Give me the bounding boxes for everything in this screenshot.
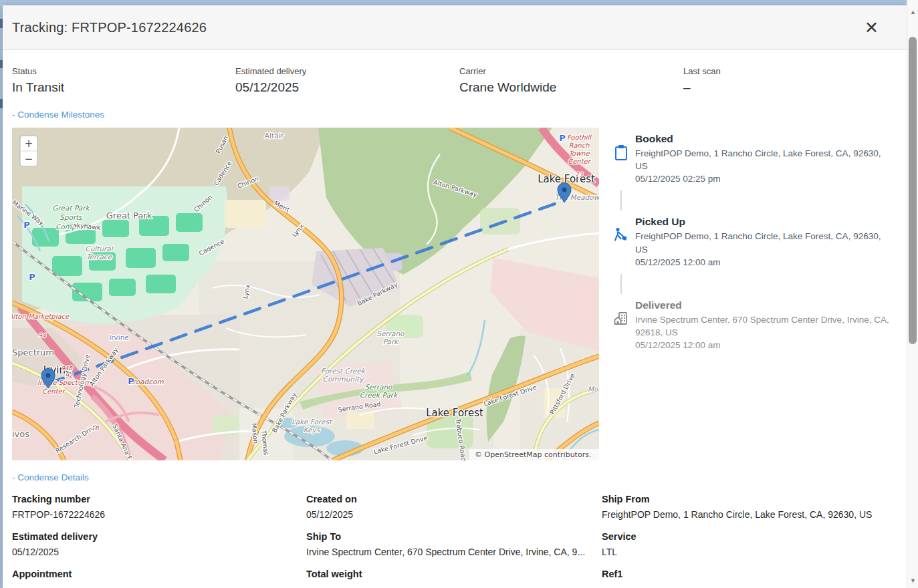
- milestone-datetime: 05/12/2025 02:25 pm: [635, 172, 893, 185]
- map-label: Great Park: [106, 210, 152, 220]
- zoom-out-button[interactable]: −: [25, 153, 33, 165]
- condense-milestones-link[interactable]: - Condense Milestones: [12, 110, 104, 120]
- milestone-datetime: 05/12/2025 12:00 am: [635, 339, 893, 351]
- map-label: Alton Marketplace: [12, 313, 70, 321]
- detail-label: Estimated delivery: [12, 531, 306, 542]
- scrollbar-thumb[interactable]: [909, 37, 917, 344]
- details-grid: Tracking number FRTPOP-1672224626 Create…: [12, 494, 897, 584]
- summary-label: Status: [12, 66, 235, 76]
- condense-details-link[interactable]: - Condense Details: [12, 472, 89, 482]
- detail-value: FRTPOP-1672224626: [12, 509, 306, 520]
- map-label: Park: [383, 337, 400, 345]
- map-label: 94: [39, 332, 46, 339]
- detail-label: Appointment: [12, 569, 306, 579]
- map-label: Sports: [60, 213, 83, 222]
- map-label: ivos: [12, 429, 29, 439]
- summary-estimated-delivery: Estimated delivery 05/12/2025: [235, 66, 459, 95]
- tracking-map[interactable]: Lake ForestIrvineLake ForestGreat ParkSp…: [12, 128, 599, 460]
- map-zoom-control[interactable]: + −: [20, 136, 37, 166]
- detail-service: Service LTL: [602, 531, 897, 557]
- milestone-picked-up: Picked Up FreightPOP Demo, 1 Rancho Circ…: [612, 216, 897, 268]
- milestone-address: FreightPOP Demo, 1 Rancho Circle, Lake F…: [635, 147, 893, 172]
- detail-label: Ref1: [602, 569, 897, 579]
- detail-ship-to: Ship To Irvine Spectrum Center, 670 Spec…: [306, 531, 602, 557]
- summary-carrier: Carrier Crane Worldwide: [459, 66, 683, 95]
- map-label: Center: [42, 388, 66, 395]
- map-label: Serrano: [376, 329, 405, 337]
- summary-label: Carrier: [459, 66, 683, 76]
- map-label: Center: [568, 158, 592, 165]
- map-label: Towne: [568, 150, 590, 157]
- tracking-modal: Tracking: FRTPOP-1672224626 ✕ Status In …: [3, 5, 907, 588]
- milestones-panel: Booked FreightPOP Demo, 1 Rancho Circle,…: [599, 128, 897, 460]
- map-label: Great Park: [52, 204, 90, 212]
- summary-value: –: [683, 80, 897, 95]
- detail-appointment: Appointment: [12, 569, 306, 584]
- map-label: P: [29, 272, 35, 282]
- map-label: Community: [323, 375, 365, 384]
- map-label: Altair: [264, 132, 284, 140]
- map-label: Lake Forest: [426, 407, 483, 419]
- scrollbar-up-arrow[interactable]: ▲: [907, 7, 918, 18]
- milestone-title: Picked Up: [635, 216, 893, 228]
- modal-header: Tracking: FRTPOP-1672224626 ✕: [3, 5, 907, 50]
- modal-body: Status In Transit Estimated delivery 05/…: [3, 50, 907, 588]
- scrollbar[interactable]: ▲ ▼: [907, 0, 918, 588]
- detail-total-weight: Total weight: [306, 569, 602, 584]
- detail-label: Ship To: [306, 531, 602, 542]
- milestone-address: Irvine Spectrum Center, 670 Spectrum Cen…: [635, 313, 893, 339]
- main-row: Lake ForestIrvineLake ForestGreat ParkSp…: [12, 128, 897, 460]
- map-label: Mon: [588, 385, 599, 393]
- clipboard-icon: [612, 133, 635, 185]
- map-label: 92: [66, 372, 73, 379]
- map-label: Terrace: [86, 253, 113, 261]
- milestone-text: Delivered Irvine Spectrum Center, 670 Sp…: [635, 299, 893, 351]
- detail-value: 05/12/2025: [12, 547, 306, 557]
- detail-value: 05/12/2025: [306, 509, 602, 520]
- detail-tracking-number: Tracking number FRTPOP-1672224626: [12, 494, 306, 520]
- detail-estimated-delivery: Estimated delivery 05/12/2025: [12, 531, 306, 557]
- map-label: Ranch: [568, 142, 590, 149]
- summary-row: Status In Transit Estimated delivery 05/…: [12, 66, 897, 95]
- map-label: 23: [576, 171, 583, 178]
- milestone-delivered: Delivered Irvine Spectrum Center, 670 Sp…: [612, 299, 897, 351]
- map-label: Creek Park: [360, 391, 398, 399]
- map-canvas: Lake ForestIrvineLake ForestGreat ParkSp…: [12, 128, 599, 460]
- map-label: Serrano: [364, 383, 392, 391]
- map-label: 1B: [91, 425, 99, 432]
- milestone-title: Delivered: [635, 299, 893, 311]
- map-label: Foothill: [567, 134, 592, 141]
- map-label: P: [23, 220, 30, 230]
- milestone-address: FreightPOP Demo, 1 Rancho Circle, Lake F…: [635, 230, 893, 255]
- map-label: 94B: [62, 365, 74, 372]
- detail-label: Total weight: [306, 569, 602, 579]
- milestone-datetime: 05/12/2025 12:00 am: [635, 256, 893, 269]
- map-label: P: [128, 376, 134, 386]
- summary-value: In Transit: [12, 80, 235, 95]
- summary-status: Status In Transit: [12, 66, 235, 95]
- detail-label: Created on: [306, 494, 602, 504]
- map-label: Spectrum: [12, 347, 54, 357]
- summary-last-scan: Last scan –: [683, 66, 897, 95]
- detail-value: FreightPOP Demo, 1 Rancho Circle, Lake F…: [602, 509, 897, 520]
- scrollbar-down-arrow[interactable]: ▼: [907, 575, 918, 587]
- map-label: Irvine: [109, 333, 129, 341]
- milestone-text: Picked Up FreightPOP Demo, 1 Rancho Circ…: [635, 216, 893, 268]
- milestone-text: Booked FreightPOP Demo, 1 Rancho Circle,…: [635, 133, 893, 185]
- close-icon[interactable]: ✕: [865, 19, 879, 36]
- summary-label: Last scan: [683, 66, 897, 76]
- milestone-title: Booked: [635, 133, 893, 145]
- zoom-in-button[interactable]: +: [25, 138, 33, 150]
- milestone-connector: [620, 190, 897, 210]
- map-label: Keys: [304, 426, 321, 434]
- detail-ref1: Ref1: [602, 569, 897, 584]
- detail-label: Ship From: [602, 494, 897, 504]
- map-label: Lake Forest: [292, 418, 333, 426]
- detail-ship-from: Ship From FreightPOP Demo, 1 Rancho Circ…: [602, 494, 897, 520]
- summary-label: Estimated delivery: [235, 66, 459, 76]
- detail-value: LTL: [602, 547, 897, 557]
- milestone-booked: Booked FreightPOP Demo, 1 Rancho Circle,…: [612, 133, 897, 185]
- map-label: P: [559, 133, 566, 143]
- building-icon: [612, 299, 635, 351]
- detail-created-on: Created on 05/12/2025: [306, 494, 602, 520]
